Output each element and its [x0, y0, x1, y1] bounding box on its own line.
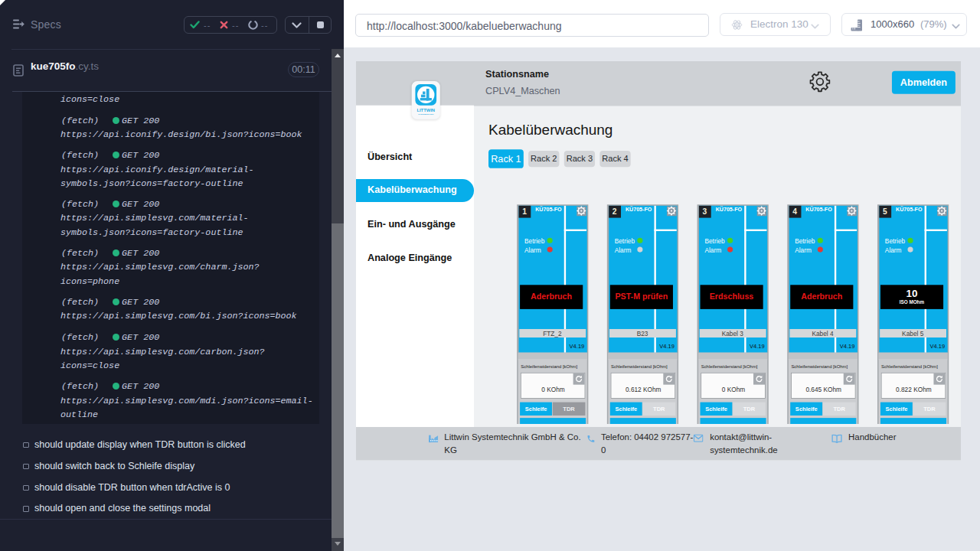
svg-text:LITTWIN: LITTWIN	[416, 108, 435, 112]
svg-text:SYSTEMTECHNIK: SYSTEMTECHNIK	[418, 113, 433, 116]
